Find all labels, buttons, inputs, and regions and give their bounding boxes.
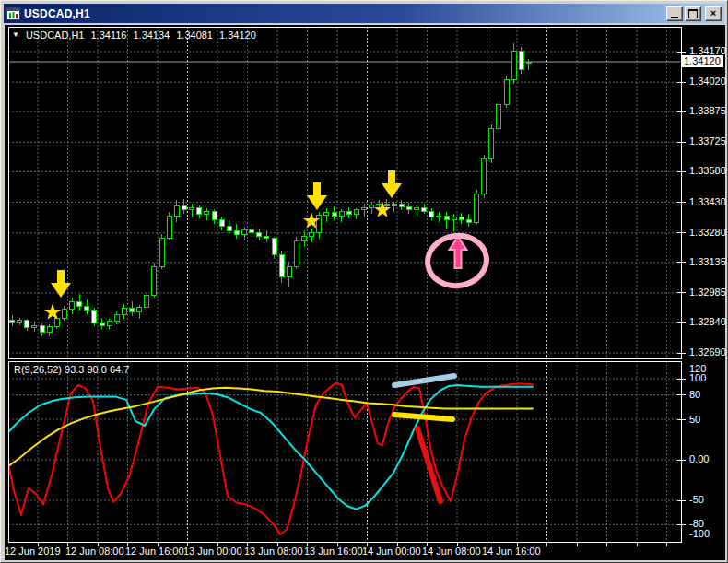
time-axis-label: 13 Jun 16:00 [304, 545, 363, 557]
candle-bull [167, 217, 171, 239]
candle-bull [339, 211, 344, 216]
candle-bear [257, 232, 262, 236]
candle-bull [526, 62, 531, 63]
candle-bear [234, 230, 239, 234]
quote-line: ▼ USDCAD,H1 1.34116 1.34134 1.34081 1.34… [12, 29, 256, 41]
triangle-down-icon: ▼ [12, 30, 19, 40]
price-scale[interactable]: 1.341701.340201.338751.337251.335801.334… [682, 25, 725, 358]
candle-bull [504, 79, 509, 104]
candle-bull [362, 208, 367, 210]
price-axis-label: 1.33280 [689, 227, 726, 239]
price-axis-label: 1.33725 [689, 135, 726, 147]
indicator-pane[interactable] [8, 361, 681, 542]
indicator-axis-label: -50 [689, 494, 704, 506]
quote-high: 1.34134 [133, 29, 170, 41]
candle-bear [466, 219, 471, 222]
price-axis-label: 1.33875 [689, 105, 726, 117]
chart-window: USDCAD,H1 × ▼ USDCAD,H1 1.34116 1.34134 … [0, 0, 728, 563]
candle-bull [302, 237, 307, 240]
indicator-axis-label: 50 [689, 414, 700, 426]
price-axis-label: 1.34020 [689, 76, 726, 88]
maximize-icon [688, 9, 698, 18]
indicator-axis-label: -100 [689, 528, 710, 540]
close-button[interactable]: × [705, 6, 722, 21]
candle-bull [497, 104, 501, 129]
candle-bull [70, 302, 75, 310]
time-axis-label: 13 Jun 00:00 [183, 545, 242, 557]
candle-bull [205, 211, 209, 214]
candle-bull [287, 267, 291, 277]
price-axis-label: 1.33430 [689, 196, 726, 208]
time-scale[interactable]: 12 Jun 201912 Jun 08:0012 Jun 16:0013 Ju… [5, 543, 725, 560]
candle-bear [100, 323, 104, 325]
time-axis-label: 12 Jun 2019 [5, 545, 61, 557]
price-axis-label: 1.32985 [689, 287, 726, 299]
candle-bear [384, 204, 389, 205]
price-pane[interactable] [8, 27, 681, 358]
candle-bull [54, 319, 59, 327]
candle-bull [122, 308, 126, 315]
title-bar[interactable]: USDCAD,H1 × [4, 4, 724, 23]
candle-bear [250, 229, 254, 232]
indicator-axis-label: 80 [689, 389, 700, 401]
price-axis-label: 1.33135 [689, 256, 726, 268]
candle-bull [437, 217, 441, 217]
candle-bull [62, 309, 66, 318]
candle-bear [92, 311, 97, 323]
chart-icon [6, 7, 20, 20]
indicator-scale[interactable]: 12010080500.00-50-80-100 [682, 360, 725, 542]
candle-bull [47, 326, 52, 333]
time-axis-label: 13 Jun 08:00 [244, 545, 303, 557]
candle-bull [354, 210, 358, 214]
candle-bear [25, 320, 29, 327]
window-controls: × [666, 6, 722, 21]
candle-bull [107, 322, 112, 325]
maximize-button[interactable] [685, 6, 701, 21]
candle-bear [459, 217, 464, 219]
candle-bear [130, 308, 135, 312]
current-price-tag: 1.34120 [682, 55, 723, 67]
close-icon: × [710, 8, 716, 18]
candle-bear [279, 255, 284, 277]
candle-bear [332, 212, 336, 216]
candle-bear [272, 239, 276, 255]
candle-bear [197, 208, 202, 215]
candle-bull [370, 205, 374, 208]
quote-open: 1.34116 [91, 29, 127, 41]
candle-bear [406, 207, 411, 210]
candle-bull [190, 208, 194, 210]
candle-bear [422, 208, 427, 212]
candle-bull [152, 267, 157, 296]
time-axis-label: 12 Jun 08:00 [65, 545, 124, 557]
time-axis-label: 14 Jun 00:00 [362, 545, 421, 557]
price-axis-label: 1.33580 [689, 165, 726, 177]
candle-bear [399, 204, 404, 207]
minimize-button[interactable] [666, 6, 683, 21]
candle-bear [85, 306, 89, 310]
time-axis-label: 14 Jun 16:00 [482, 545, 541, 557]
candle-bull [174, 206, 179, 217]
candle-bear [429, 211, 434, 217]
candle-bull [294, 240, 299, 267]
candle-bear [77, 302, 82, 306]
chart-client-area[interactable]: ▼ USDCAD,H1 1.34116 1.34134 1.34081 1.34… [5, 25, 725, 560]
candle-bear [10, 321, 15, 323]
candle-bull [377, 204, 382, 205]
candle-bull [392, 204, 396, 205]
candle-bull [18, 320, 22, 323]
candle-bull [489, 129, 494, 159]
candle-bear [212, 211, 217, 220]
quote-symbol: USDCAD,H1 [26, 29, 85, 41]
candle-bull [452, 217, 456, 220]
price-axis-label: 1.32840 [689, 316, 726, 328]
candle-bull [114, 315, 119, 322]
candle-bull [324, 212, 329, 216]
candle-bear [219, 220, 224, 227]
chart-canvas[interactable] [5, 25, 725, 560]
candle-bull [415, 208, 419, 210]
time-axis-label: 12 Jun 16:00 [125, 545, 184, 557]
candle-bear [182, 206, 186, 210]
candle-bull [137, 307, 142, 312]
candle-bull [511, 52, 516, 80]
candle-bull [317, 216, 322, 233]
